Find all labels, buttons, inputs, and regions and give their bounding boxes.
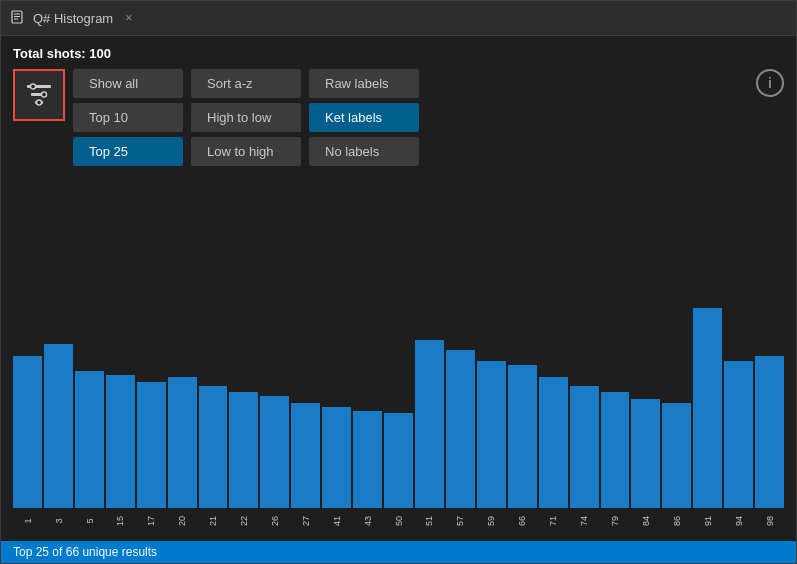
filter-icon-button[interactable] bbox=[13, 69, 65, 121]
bar-wrapper: 41 bbox=[322, 407, 351, 531]
bar-label: 98 bbox=[760, 516, 780, 526]
show-all-button[interactable]: Show all bbox=[73, 69, 183, 98]
bar-wrapper: 17 bbox=[137, 382, 166, 531]
histogram-bar bbox=[75, 371, 104, 508]
histogram-bar bbox=[662, 403, 691, 508]
close-button[interactable]: × bbox=[125, 11, 132, 25]
bar-wrapper: 74 bbox=[570, 386, 599, 531]
bar-wrapper: 84 bbox=[631, 399, 660, 531]
histogram-bar bbox=[168, 377, 197, 508]
bar-label: 74 bbox=[574, 516, 594, 526]
histogram-bar bbox=[199, 386, 228, 508]
histogram-bar bbox=[291, 403, 320, 508]
low-to-high-button[interactable]: Low to high bbox=[191, 137, 301, 166]
svg-point-9 bbox=[37, 100, 42, 105]
filter-icon bbox=[24, 80, 54, 110]
bars-container: 1351517202122262741435051575966717479848… bbox=[13, 174, 784, 531]
histogram-bar bbox=[601, 392, 630, 508]
bar-wrapper: 66 bbox=[508, 365, 537, 531]
document-icon bbox=[11, 10, 25, 27]
histogram-bar bbox=[106, 375, 135, 508]
info-button[interactable]: i bbox=[756, 69, 784, 97]
no-labels-button[interactable]: No labels bbox=[309, 137, 419, 166]
bar-wrapper: 21 bbox=[199, 386, 228, 531]
histogram-bar bbox=[631, 399, 660, 508]
window-title: Q# Histogram bbox=[33, 11, 113, 26]
bar-wrapper: 94 bbox=[724, 361, 753, 531]
label-buttons-group: Raw labels Ket labels No labels bbox=[309, 69, 419, 166]
bar-wrapper: 51 bbox=[415, 340, 444, 531]
bar-label: 51 bbox=[419, 516, 439, 526]
bar-label: 5 bbox=[79, 518, 99, 523]
histogram-bar bbox=[353, 411, 382, 508]
bar-wrapper: 20 bbox=[168, 377, 197, 531]
bar-label: 1 bbox=[17, 518, 37, 523]
bar-wrapper: 50 bbox=[384, 413, 413, 531]
histogram-bar bbox=[446, 350, 475, 508]
bar-label: 71 bbox=[543, 516, 563, 526]
bar-wrapper: 3 bbox=[44, 344, 73, 531]
filter-buttons-group: Show all Top 10 Top 25 bbox=[73, 69, 183, 166]
bar-label: 86 bbox=[667, 516, 687, 526]
histogram-bar bbox=[44, 344, 73, 508]
top25-button[interactable]: Top 25 bbox=[73, 137, 183, 166]
raw-labels-button[interactable]: Raw labels bbox=[309, 69, 419, 98]
histogram-bar bbox=[508, 365, 537, 508]
histogram-bar bbox=[693, 308, 722, 508]
bar-wrapper: 91 bbox=[693, 308, 722, 531]
histogram-bar bbox=[724, 361, 753, 508]
histogram-bar bbox=[13, 356, 42, 508]
sort-buttons-group: Sort a-z High to low Low to high bbox=[191, 69, 301, 166]
histogram-bar bbox=[260, 396, 289, 508]
bar-label: 17 bbox=[141, 516, 161, 526]
histogram-bar bbox=[477, 361, 506, 508]
status-text: Top 25 of 66 unique results bbox=[13, 545, 157, 559]
bar-label: 59 bbox=[481, 516, 501, 526]
bar-label: 43 bbox=[358, 516, 378, 526]
bar-label: 84 bbox=[636, 516, 656, 526]
bar-wrapper: 71 bbox=[539, 377, 568, 531]
svg-point-7 bbox=[31, 84, 36, 89]
bar-wrapper: 15 bbox=[106, 375, 135, 531]
bar-label: 27 bbox=[296, 516, 316, 526]
histogram-bar bbox=[322, 407, 351, 508]
bar-label: 22 bbox=[234, 516, 254, 526]
bar-label: 66 bbox=[512, 516, 532, 526]
chart-area: 1351517202122262741435051575966717479848… bbox=[13, 174, 784, 531]
bar-wrapper: 79 bbox=[601, 392, 630, 531]
histogram-bar bbox=[755, 356, 784, 508]
histogram-window: Q# Histogram × Total shots: 100 Show all… bbox=[0, 0, 797, 564]
bar-label: 91 bbox=[698, 516, 718, 526]
bar-label: 57 bbox=[450, 516, 470, 526]
bar-label: 15 bbox=[110, 516, 130, 526]
bar-wrapper: 98 bbox=[755, 356, 784, 531]
bar-wrapper: 59 bbox=[477, 361, 506, 531]
bar-wrapper: 22 bbox=[229, 392, 258, 531]
histogram-bar bbox=[137, 382, 166, 508]
title-bar: Q# Histogram × bbox=[1, 1, 796, 36]
histogram-bar bbox=[384, 413, 413, 508]
bar-label: 3 bbox=[48, 518, 68, 523]
bar-label: 21 bbox=[203, 516, 223, 526]
status-bar: Top 25 of 66 unique results bbox=[1, 541, 796, 563]
bar-label: 20 bbox=[172, 516, 192, 526]
bar-label: 26 bbox=[265, 516, 285, 526]
histogram-bar bbox=[415, 340, 444, 508]
histogram-bar bbox=[539, 377, 568, 508]
ket-labels-button[interactable]: Ket labels bbox=[309, 103, 419, 132]
top10-button[interactable]: Top 10 bbox=[73, 103, 183, 132]
histogram-bar bbox=[570, 386, 599, 508]
svg-point-8 bbox=[42, 92, 47, 97]
bar-wrapper: 5 bbox=[75, 371, 104, 531]
bar-label: 79 bbox=[605, 516, 625, 526]
bar-wrapper: 43 bbox=[353, 411, 382, 531]
bar-wrapper: 86 bbox=[662, 403, 691, 531]
main-content: Total shots: 100 Show all Top 10 Top 25 … bbox=[1, 36, 796, 537]
high-to-low-button[interactable]: High to low bbox=[191, 103, 301, 132]
total-shots-label: Total shots: 100 bbox=[13, 46, 784, 61]
bar-wrapper: 1 bbox=[13, 356, 42, 531]
controls-row: Show all Top 10 Top 25 Sort a-z High to … bbox=[13, 69, 784, 166]
sort-az-button[interactable]: Sort a-z bbox=[191, 69, 301, 98]
bar-wrapper: 26 bbox=[260, 396, 289, 531]
bar-label: 50 bbox=[389, 516, 409, 526]
